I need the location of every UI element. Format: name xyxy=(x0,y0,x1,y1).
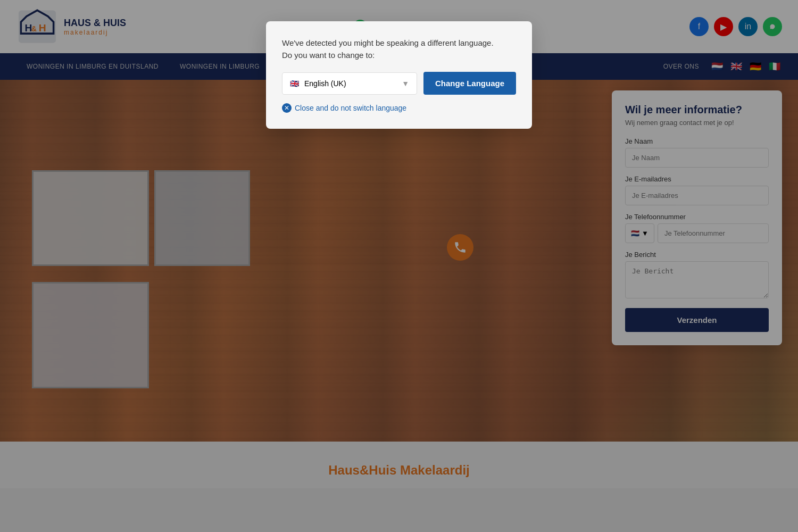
chevron-down-icon: ▼ xyxy=(402,79,409,88)
dialog-message: We've detected you might be speaking a d… xyxy=(282,37,516,61)
language-select[interactable]: 🇬🇧 English (UK) ▼ xyxy=(282,72,417,95)
close-circle-icon: ✕ xyxy=(282,103,292,113)
dialog-overlay[interactable]: We've detected you might be speaking a d… xyxy=(0,0,798,532)
language-dialog: We've detected you might be speaking a d… xyxy=(266,21,532,129)
dialog-controls-row: 🇬🇧 English (UK) ▼ Change Language xyxy=(282,72,516,95)
close-link-text: Close and do not switch language xyxy=(295,104,406,112)
lang-flag-emoji: 🇬🇧 xyxy=(290,79,299,88)
lang-option-label: English (UK) xyxy=(304,79,346,88)
close-language-link[interactable]: ✕ Close and do not switch language xyxy=(282,103,516,113)
change-language-button[interactable]: Change Language xyxy=(423,72,516,95)
